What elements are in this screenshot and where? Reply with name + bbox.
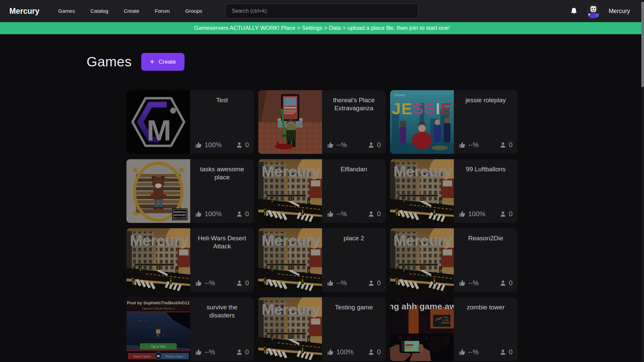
game-stats: --%0 bbox=[195, 348, 249, 356]
game-rating-value: 100% bbox=[205, 141, 222, 149]
players-icon bbox=[499, 210, 506, 218]
nav-link-catalog[interactable]: Catalog bbox=[90, 8, 108, 14]
game-title: thereal's Place Extravaganza bbox=[325, 96, 382, 112]
thumbs-up-icon bbox=[459, 141, 466, 148]
nav-link-create[interactable]: Create bbox=[124, 8, 140, 14]
game-card[interactable]: THE GAME AWARDS ng ahh game awards zombi… bbox=[390, 297, 518, 361]
create-button-label: Create bbox=[159, 59, 176, 65]
game-players-value: 0 bbox=[377, 279, 381, 287]
game-players-value: 0 bbox=[509, 210, 513, 218]
game-card[interactable]: thereal's Place Extravaganza--%0 bbox=[258, 90, 386, 154]
game-info: place 2--%0 bbox=[322, 228, 386, 292]
svg-text:Post by SophieIsTheBestAtG12: Post by SophieIsTheBestAtG12 bbox=[127, 301, 190, 305]
game-info: survive the disasters--%0 bbox=[190, 297, 254, 361]
game-players: 0 bbox=[236, 279, 249, 287]
players-icon bbox=[236, 280, 243, 287]
scrollbar-thumb[interactable] bbox=[641, 2, 644, 87]
thumbs-up-icon bbox=[195, 280, 202, 287]
brand-logo[interactable]: Mercury bbox=[9, 7, 39, 16]
nav-link-games[interactable]: Games bbox=[58, 8, 75, 14]
svg-text:Disney: Disney bbox=[394, 93, 406, 97]
svg-text:Mercury: Mercury bbox=[262, 232, 320, 249]
game-thumbnail: Mercury bbox=[390, 228, 454, 292]
svg-text:Portal to Game: Portal to Game bbox=[166, 355, 183, 358]
game-rating-value: --% bbox=[468, 279, 479, 287]
players-icon bbox=[368, 280, 375, 287]
game-card[interactable]: Mercury Elflandan--%0 bbox=[258, 159, 386, 223]
game-rating-value: --% bbox=[205, 279, 215, 287]
game-rating-value: --% bbox=[468, 141, 479, 149]
game-players: 0 bbox=[236, 141, 249, 149]
game-rating-value: 100% bbox=[468, 210, 485, 218]
game-card[interactable]: Mercury place 2--%0 bbox=[258, 228, 386, 292]
svg-text:EXPLICIT CONTENT: EXPLICIT CONTENT bbox=[173, 217, 186, 219]
game-card[interactable]: Mercury 99 Luftballons100%0 bbox=[390, 159, 518, 223]
nav-link-groups[interactable]: Groups bbox=[185, 8, 202, 14]
game-rating-value: 100% bbox=[205, 210, 222, 218]
game-card[interactable]: M Test100%0 bbox=[126, 90, 254, 154]
game-thumbnail: Post by SophieIsTheBestAtG12 Captured in… bbox=[126, 297, 190, 361]
svg-text:ng ahh game awards: ng ahh game awards bbox=[390, 301, 454, 311]
game-info: Heli-Wars Desert Attack--%0 bbox=[190, 228, 254, 292]
search-input[interactable] bbox=[225, 4, 418, 18]
game-stats: --%0 bbox=[327, 210, 381, 218]
game-card[interactable]: Disney JESSIE jessie roleplay--%0 bbox=[390, 90, 518, 154]
game-rating: 100% bbox=[327, 348, 354, 356]
players-icon bbox=[368, 210, 375, 218]
game-card[interactable]: PARENTAL ADVISORY EXPLICIT CONTENT tasks… bbox=[126, 159, 254, 223]
game-card[interactable]: Mercury Heli-Wars Desert Attack--%0 bbox=[126, 228, 254, 292]
players-icon bbox=[499, 280, 506, 287]
svg-text:AWARDS: AWARDS bbox=[441, 322, 450, 324]
game-rating: 100% bbox=[195, 210, 222, 218]
svg-text:PARENTAL: PARENTAL bbox=[173, 211, 186, 213]
game-stats: --%0 bbox=[327, 279, 381, 287]
players-icon bbox=[368, 349, 375, 356]
game-thumbnail: Mercury bbox=[390, 159, 454, 223]
user-avatar[interactable] bbox=[586, 4, 601, 18]
thumbs-up-icon bbox=[327, 141, 334, 148]
scrollbar-track[interactable] bbox=[641, 0, 644, 362]
nav-link-forum[interactable]: Forum bbox=[155, 8, 170, 14]
game-players: 0 bbox=[499, 210, 513, 218]
thumbs-up-icon bbox=[459, 280, 466, 287]
svg-text:JESSIE: JESSIE bbox=[392, 100, 452, 118]
game-rating: 100% bbox=[195, 141, 222, 149]
game-players: 0 bbox=[236, 210, 249, 218]
plus-icon: + bbox=[150, 58, 154, 66]
game-thumbnail: M bbox=[126, 90, 190, 154]
nav-username[interactable]: Mercury bbox=[609, 8, 630, 15]
notifications-bell-icon[interactable] bbox=[570, 7, 578, 15]
game-players-value: 0 bbox=[245, 279, 249, 287]
game-rating: --% bbox=[195, 279, 215, 287]
game-stats: 100%0 bbox=[195, 210, 249, 218]
players-icon bbox=[368, 141, 375, 148]
thumbs-up-icon bbox=[195, 210, 202, 218]
game-card[interactable]: Post by SophieIsTheBestAtG12 Captured in… bbox=[126, 297, 254, 361]
game-rating-value: --% bbox=[336, 141, 347, 149]
game-card[interactable]: Mercury Reason2Die--%0 bbox=[390, 228, 518, 292]
game-title: zombie tower bbox=[457, 303, 514, 311]
game-players-value: 0 bbox=[377, 348, 381, 356]
page-header: Games + Create bbox=[0, 53, 644, 71]
announcement-text: Gameservers ACTUALLY WORK! Place > Setti… bbox=[194, 25, 450, 32]
game-stats: --%0 bbox=[459, 141, 513, 149]
svg-text:Mercury: Mercury bbox=[130, 232, 189, 249]
game-rating: --% bbox=[195, 348, 215, 356]
svg-text:Mercury: Mercury bbox=[393, 163, 452, 180]
game-rating-value: 100% bbox=[336, 348, 354, 356]
game-info: jessie roleplay--%0 bbox=[454, 90, 518, 154]
game-rating-value: --% bbox=[336, 210, 347, 218]
game-info: Testing game100%0 bbox=[322, 297, 386, 361]
page-title: Games bbox=[87, 54, 132, 70]
avatar-character-icon bbox=[586, 4, 601, 18]
game-card[interactable]: Mercury Testing game100%0 bbox=[258, 297, 386, 361]
players-icon bbox=[236, 210, 243, 218]
svg-text:THE: THE bbox=[444, 316, 448, 318]
svg-text:Report Capture: Report Capture bbox=[133, 355, 151, 358]
game-title: Heli-Wars Desert Attack bbox=[194, 234, 251, 250]
players-icon bbox=[499, 349, 506, 356]
create-button[interactable]: + Create bbox=[141, 53, 184, 71]
game-rating: --% bbox=[459, 348, 479, 356]
game-info: Reason2Die--%0 bbox=[454, 228, 518, 292]
game-stats: 100%0 bbox=[327, 348, 381, 356]
